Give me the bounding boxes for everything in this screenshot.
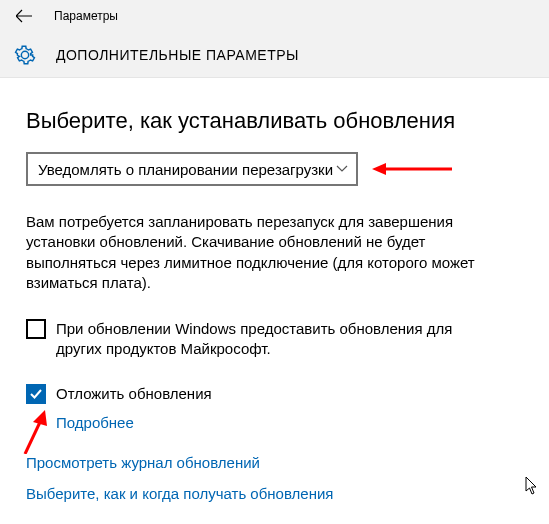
section-heading: Выберите, как устанавливать обновления <box>26 108 523 134</box>
checkbox-ms-products-label: При обновлении Windows предоставить обно… <box>56 319 496 358</box>
mouse-cursor-icon <box>525 476 539 500</box>
update-mode-dropdown[interactable]: Уведомлять о планировании перезагрузки <box>26 152 358 186</box>
checkbox-ms-products[interactable] <box>26 319 46 339</box>
svg-marker-3 <box>33 410 47 426</box>
window-title: Параметры <box>54 9 118 23</box>
svg-marker-1 <box>372 163 386 175</box>
delivery-options-link[interactable]: Выберите, как и когда получать обновлени… <box>26 485 523 502</box>
back-button[interactable] <box>14 6 34 26</box>
annotation-arrow <box>372 160 452 178</box>
dropdown-value: Уведомлять о планировании перезагрузки <box>38 161 333 178</box>
update-description: Вам потребуется запланировать перезапуск… <box>26 212 516 293</box>
learn-more-link[interactable]: Подробнее <box>56 414 134 431</box>
checkbox-defer-label: Отложить обновления <box>56 384 212 404</box>
gear-icon <box>14 44 36 66</box>
checkbox-defer-updates[interactable] <box>26 384 46 404</box>
chevron-down-icon <box>336 161 348 178</box>
svg-line-2 <box>25 420 41 454</box>
view-history-link[interactable]: Просмотреть журнал обновлений <box>26 454 523 471</box>
page-title: ДОПОЛНИТЕЛЬНЫЕ ПАРАМЕТРЫ <box>56 47 299 63</box>
annotation-arrow <box>19 408 49 458</box>
